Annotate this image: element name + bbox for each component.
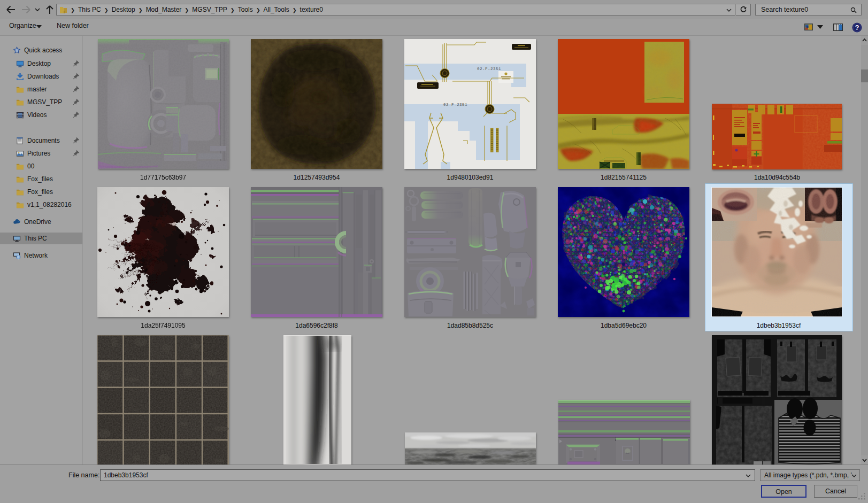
svg-text:02-F-2351: 02-F-2351 <box>443 103 467 107</box>
svg-text:02-F-2351: 02-F-2351 <box>477 67 501 71</box>
svg-text:?: ? <box>855 24 859 32</box>
